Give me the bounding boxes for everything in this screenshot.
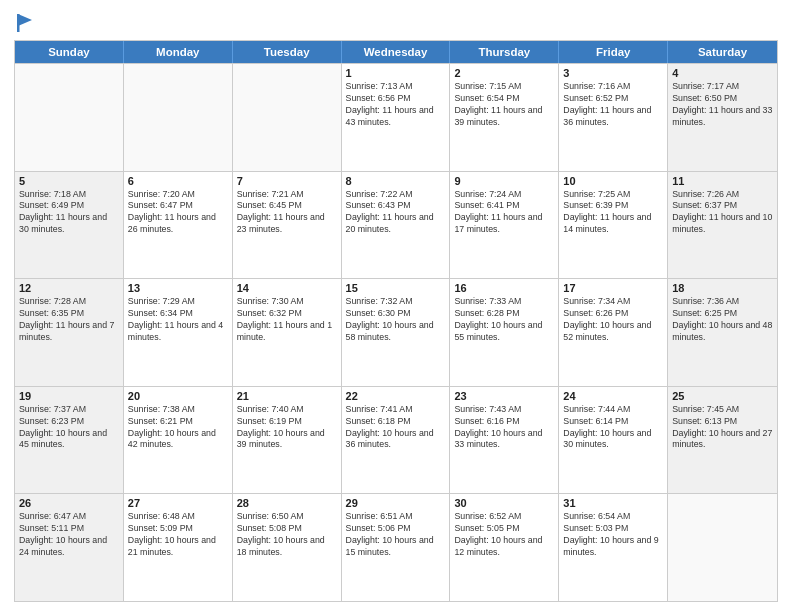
calendar-week-5: 26Sunrise: 6:47 AM Sunset: 5:11 PM Dayli… xyxy=(15,493,777,601)
calendar-cell: 27Sunrise: 6:48 AM Sunset: 5:09 PM Dayli… xyxy=(124,494,233,601)
calendar-cell: 17Sunrise: 7:34 AM Sunset: 6:26 PM Dayli… xyxy=(559,279,668,386)
calendar-header-row: SundayMondayTuesdayWednesdayThursdayFrid… xyxy=(15,41,777,63)
day-number: 10 xyxy=(563,175,663,187)
calendar-week-4: 19Sunrise: 7:37 AM Sunset: 6:23 PM Dayli… xyxy=(15,386,777,494)
cell-content: Sunrise: 7:13 AM Sunset: 6:56 PM Dayligh… xyxy=(346,81,446,129)
day-number: 20 xyxy=(128,390,228,402)
svg-marker-0 xyxy=(18,14,32,26)
day-number: 18 xyxy=(672,282,773,294)
cell-content: Sunrise: 7:45 AM Sunset: 6:13 PM Dayligh… xyxy=(672,404,773,452)
day-number: 11 xyxy=(672,175,773,187)
day-number: 27 xyxy=(128,497,228,509)
cell-content: Sunrise: 6:47 AM Sunset: 5:11 PM Dayligh… xyxy=(19,511,119,559)
header-day-thursday: Thursday xyxy=(450,41,559,63)
cell-content: Sunrise: 7:30 AM Sunset: 6:32 PM Dayligh… xyxy=(237,296,337,344)
cell-content: Sunrise: 6:52 AM Sunset: 5:05 PM Dayligh… xyxy=(454,511,554,559)
day-number: 7 xyxy=(237,175,337,187)
calendar-cell: 22Sunrise: 7:41 AM Sunset: 6:18 PM Dayli… xyxy=(342,387,451,494)
calendar-cell: 1Sunrise: 7:13 AM Sunset: 6:56 PM Daylig… xyxy=(342,64,451,171)
cell-content: Sunrise: 6:50 AM Sunset: 5:08 PM Dayligh… xyxy=(237,511,337,559)
day-number: 3 xyxy=(563,67,663,79)
calendar-cell: 29Sunrise: 6:51 AM Sunset: 5:06 PM Dayli… xyxy=(342,494,451,601)
day-number: 2 xyxy=(454,67,554,79)
cell-content: Sunrise: 7:26 AM Sunset: 6:37 PM Dayligh… xyxy=(672,189,773,237)
cell-content: Sunrise: 7:20 AM Sunset: 6:47 PM Dayligh… xyxy=(128,189,228,237)
calendar-cell: 8Sunrise: 7:22 AM Sunset: 6:43 PM Daylig… xyxy=(342,172,451,279)
calendar-cell: 23Sunrise: 7:43 AM Sunset: 6:16 PM Dayli… xyxy=(450,387,559,494)
cell-content: Sunrise: 7:40 AM Sunset: 6:19 PM Dayligh… xyxy=(237,404,337,452)
day-number: 25 xyxy=(672,390,773,402)
header-day-sunday: Sunday xyxy=(15,41,124,63)
cell-content: Sunrise: 7:43 AM Sunset: 6:16 PM Dayligh… xyxy=(454,404,554,452)
calendar-cell: 19Sunrise: 7:37 AM Sunset: 6:23 PM Dayli… xyxy=(15,387,124,494)
calendar-cell: 18Sunrise: 7:36 AM Sunset: 6:25 PM Dayli… xyxy=(668,279,777,386)
calendar-cell: 15Sunrise: 7:32 AM Sunset: 6:30 PM Dayli… xyxy=(342,279,451,386)
day-number: 29 xyxy=(346,497,446,509)
day-number: 16 xyxy=(454,282,554,294)
header-day-friday: Friday xyxy=(559,41,668,63)
cell-content: Sunrise: 7:37 AM Sunset: 6:23 PM Dayligh… xyxy=(19,404,119,452)
day-number: 9 xyxy=(454,175,554,187)
calendar-week-1: 1Sunrise: 7:13 AM Sunset: 6:56 PM Daylig… xyxy=(15,63,777,171)
calendar-cell: 26Sunrise: 6:47 AM Sunset: 5:11 PM Dayli… xyxy=(15,494,124,601)
cell-content: Sunrise: 7:16 AM Sunset: 6:52 PM Dayligh… xyxy=(563,81,663,129)
day-number: 6 xyxy=(128,175,228,187)
day-number: 23 xyxy=(454,390,554,402)
calendar-cell xyxy=(15,64,124,171)
calendar-cell: 9Sunrise: 7:24 AM Sunset: 6:41 PM Daylig… xyxy=(450,172,559,279)
calendar-cell xyxy=(233,64,342,171)
header-day-saturday: Saturday xyxy=(668,41,777,63)
calendar-cell: 30Sunrise: 6:52 AM Sunset: 5:05 PM Dayli… xyxy=(450,494,559,601)
cell-content: Sunrise: 7:38 AM Sunset: 6:21 PM Dayligh… xyxy=(128,404,228,452)
calendar-cell: 14Sunrise: 7:30 AM Sunset: 6:32 PM Dayli… xyxy=(233,279,342,386)
cell-content: Sunrise: 7:41 AM Sunset: 6:18 PM Dayligh… xyxy=(346,404,446,452)
calendar-cell: 3Sunrise: 7:16 AM Sunset: 6:52 PM Daylig… xyxy=(559,64,668,171)
cell-content: Sunrise: 7:33 AM Sunset: 6:28 PM Dayligh… xyxy=(454,296,554,344)
calendar-cell: 31Sunrise: 6:54 AM Sunset: 5:03 PM Dayli… xyxy=(559,494,668,601)
calendar-body: 1Sunrise: 7:13 AM Sunset: 6:56 PM Daylig… xyxy=(15,63,777,601)
calendar-week-2: 5Sunrise: 7:18 AM Sunset: 6:49 PM Daylig… xyxy=(15,171,777,279)
cell-content: Sunrise: 7:28 AM Sunset: 6:35 PM Dayligh… xyxy=(19,296,119,344)
cell-content: Sunrise: 7:44 AM Sunset: 6:14 PM Dayligh… xyxy=(563,404,663,452)
cell-content: Sunrise: 7:25 AM Sunset: 6:39 PM Dayligh… xyxy=(563,189,663,237)
day-number: 26 xyxy=(19,497,119,509)
cell-content: Sunrise: 6:51 AM Sunset: 5:06 PM Dayligh… xyxy=(346,511,446,559)
calendar-cell: 4Sunrise: 7:17 AM Sunset: 6:50 PM Daylig… xyxy=(668,64,777,171)
page-header xyxy=(14,10,778,34)
cell-content: Sunrise: 7:17 AM Sunset: 6:50 PM Dayligh… xyxy=(672,81,773,129)
cell-content: Sunrise: 7:22 AM Sunset: 6:43 PM Dayligh… xyxy=(346,189,446,237)
calendar-page: SundayMondayTuesdayWednesdayThursdayFrid… xyxy=(0,0,792,612)
calendar-cell: 5Sunrise: 7:18 AM Sunset: 6:49 PM Daylig… xyxy=(15,172,124,279)
header-day-monday: Monday xyxy=(124,41,233,63)
day-number: 14 xyxy=(237,282,337,294)
calendar-cell: 11Sunrise: 7:26 AM Sunset: 6:37 PM Dayli… xyxy=(668,172,777,279)
logo xyxy=(14,14,34,34)
calendar-cell: 12Sunrise: 7:28 AM Sunset: 6:35 PM Dayli… xyxy=(15,279,124,386)
day-number: 17 xyxy=(563,282,663,294)
calendar-cell: 24Sunrise: 7:44 AM Sunset: 6:14 PM Dayli… xyxy=(559,387,668,494)
calendar-cell: 7Sunrise: 7:21 AM Sunset: 6:45 PM Daylig… xyxy=(233,172,342,279)
cell-content: Sunrise: 7:18 AM Sunset: 6:49 PM Dayligh… xyxy=(19,189,119,237)
calendar-week-3: 12Sunrise: 7:28 AM Sunset: 6:35 PM Dayli… xyxy=(15,278,777,386)
cell-content: Sunrise: 7:32 AM Sunset: 6:30 PM Dayligh… xyxy=(346,296,446,344)
calendar-cell: 6Sunrise: 7:20 AM Sunset: 6:47 PM Daylig… xyxy=(124,172,233,279)
calendar-cell: 13Sunrise: 7:29 AM Sunset: 6:34 PM Dayli… xyxy=(124,279,233,386)
logo-flag-icon xyxy=(16,12,34,34)
calendar-cell: 2Sunrise: 7:15 AM Sunset: 6:54 PM Daylig… xyxy=(450,64,559,171)
cell-content: Sunrise: 6:48 AM Sunset: 5:09 PM Dayligh… xyxy=(128,511,228,559)
day-number: 28 xyxy=(237,497,337,509)
calendar-cell: 21Sunrise: 7:40 AM Sunset: 6:19 PM Dayli… xyxy=(233,387,342,494)
svg-rect-1 xyxy=(17,14,20,32)
calendar-grid: SundayMondayTuesdayWednesdayThursdayFrid… xyxy=(14,40,778,602)
day-number: 15 xyxy=(346,282,446,294)
calendar-cell: 25Sunrise: 7:45 AM Sunset: 6:13 PM Dayli… xyxy=(668,387,777,494)
cell-content: Sunrise: 7:29 AM Sunset: 6:34 PM Dayligh… xyxy=(128,296,228,344)
cell-content: Sunrise: 7:15 AM Sunset: 6:54 PM Dayligh… xyxy=(454,81,554,129)
cell-content: Sunrise: 7:24 AM Sunset: 6:41 PM Dayligh… xyxy=(454,189,554,237)
calendar-cell: 10Sunrise: 7:25 AM Sunset: 6:39 PM Dayli… xyxy=(559,172,668,279)
calendar-cell xyxy=(668,494,777,601)
day-number: 13 xyxy=(128,282,228,294)
calendar-cell: 20Sunrise: 7:38 AM Sunset: 6:21 PM Dayli… xyxy=(124,387,233,494)
day-number: 24 xyxy=(563,390,663,402)
header-day-wednesday: Wednesday xyxy=(342,41,451,63)
